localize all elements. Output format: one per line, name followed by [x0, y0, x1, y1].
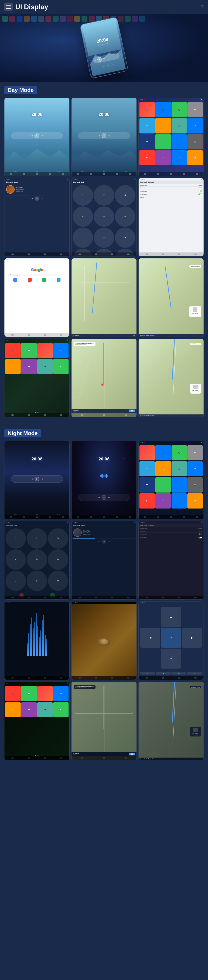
app-2[interactable]: 📞	[172, 102, 187, 117]
app-pod[interactable]: 🎙	[5, 359, 20, 374]
night-app-9[interactable]: ▶	[139, 493, 155, 509]
night-app-6[interactable]: 📍	[155, 477, 171, 492]
func-btn-3[interactable]: F3	[172, 672, 186, 675]
numpad-7[interactable]: 7	[73, 228, 93, 248]
night-app-5[interactable]: 🗺	[139, 477, 155, 492]
nav-up[interactable]: ▲	[161, 607, 181, 627]
screen-bt-call-night: 17:46 ① 🔵 Bluetooth_Call 1 2 3 4 5 6 7 8…	[4, 521, 69, 600]
app-phone[interactable]: 📞	[5, 343, 20, 358]
app-maps[interactable]: 🗺	[53, 343, 69, 358]
night-apple-pod[interactable]: 🎙	[5, 702, 20, 718]
app-bt[interactable]: BT	[188, 118, 203, 133]
night-app-2[interactable]: 📞	[172, 445, 187, 460]
app-6[interactable]: 📍	[155, 134, 171, 150]
night-numpad-1[interactable]: 1	[6, 528, 26, 549]
app-8[interactable]: 📷	[188, 134, 203, 150]
night-app-11[interactable]: ☁	[172, 493, 187, 509]
night-numpad-4[interactable]: 4	[6, 549, 26, 570]
screen-gps-night: 10:18 ETA 9.0 mi Not Playing ⏮ ▶ ⏭ Start…	[139, 682, 204, 760]
app-telegram[interactable]: ✈	[139, 118, 155, 133]
night-apple-msg[interactable]: 💬	[21, 686, 36, 701]
night-numpad-5[interactable]: 5	[27, 549, 47, 570]
numpad-8[interactable]: 8	[94, 228, 114, 248]
auto-answer-toggle[interactable]	[199, 190, 202, 192]
app-msg[interactable]: 💬	[21, 343, 36, 358]
night-music-album: Music Album	[84, 532, 135, 533]
app-12[interactable]: 📡	[188, 150, 203, 165]
app-1[interactable]: 📱	[155, 102, 171, 117]
night-mode-section: Night Mode 1:54 ① ▲ ◀ ▶ 20:08	[0, 425, 208, 765]
numpad-3[interactable]: 3	[115, 185, 135, 205]
night-numpad-7[interactable]: 7	[6, 571, 26, 591]
night-numpad-9[interactable]: 9	[48, 571, 68, 591]
app-5[interactable]: 🗺	[139, 134, 155, 150]
app-settings[interactable]: ⚙	[188, 102, 203, 117]
nav-right[interactable]: ▶	[182, 628, 202, 648]
night-app-music[interactable]: 🎵	[139, 445, 155, 460]
app-3[interactable]: 📻	[155, 118, 171, 133]
settings-auto-connect[interactable]: Auto connect	[139, 193, 203, 196]
night-numpad-2[interactable]: 2	[27, 528, 47, 549]
night-numpad-6[interactable]: 6	[48, 549, 68, 570]
google-search-bar[interactable]: 🔍 Search or type URL	[8, 274, 65, 276]
night-app-bt[interactable]: BT	[188, 461, 203, 476]
not-playing-label: Not Playing	[191, 312, 200, 314]
nav-left[interactable]: ◀	[140, 628, 160, 648]
night-app-8[interactable]: 📷	[188, 477, 203, 492]
nav-go-btn[interactable]: GO	[129, 410, 135, 412]
numpad-6[interactable]: 6	[115, 207, 135, 227]
google-logo: Google	[31, 267, 43, 272]
night-apple-music[interactable]: ♪	[37, 686, 53, 701]
screen-bt-call-day: 17:46 ① 🔵 Bluetooth_Call 1 2 3 4 5 6 7 8…	[71, 178, 137, 256]
night-app-12[interactable]: 📡	[188, 493, 203, 509]
app-tv[interactable]: 📺	[37, 359, 53, 374]
auto-connect-toggle[interactable]	[199, 194, 202, 196]
app-7[interactable]: ℹ	[172, 134, 187, 150]
settings-auto-answer[interactable]: Auto answer	[139, 189, 203, 193]
night-app-telegram[interactable]: ✈	[139, 461, 155, 476]
app-4[interactable]: 🚗	[172, 118, 187, 133]
night-apple-health[interactable]: ❤	[53, 702, 69, 718]
numpad-5[interactable]: 5	[94, 207, 114, 227]
night-apple-maps[interactable]: 🗺	[53, 686, 69, 701]
app-11[interactable]: ☁	[172, 150, 187, 165]
app-health[interactable]: ❤	[53, 359, 69, 374]
dots-menu-icon[interactable]: ≡	[200, 3, 204, 10]
nav-down[interactable]: ▼	[161, 649, 181, 668]
hamburger-icon[interactable]	[4, 3, 13, 11]
app-music2[interactable]: ♪	[37, 343, 53, 358]
night-time-2: 20:08	[98, 457, 109, 461]
night-go-btn[interactable]: GO	[129, 752, 135, 756]
screen-not-playing-day: 10:18 ETA 9.0 mi Not Playing ⏮ ▶ ⏭	[139, 258, 204, 337]
night-app-10[interactable]: 🎙	[155, 493, 171, 509]
night-apple-news[interactable]: 📰	[21, 702, 36, 718]
night-numpad-3[interactable]: 3	[48, 528, 68, 549]
app-9[interactable]: ▶	[139, 150, 155, 165]
night-screenshots-row3: 1:54 ①	[4, 601, 204, 680]
night-app-4[interactable]: 🚗	[172, 461, 187, 476]
nav-center[interactable]: ●	[161, 628, 181, 648]
numpad-1[interactable]: 1	[73, 185, 93, 205]
day-screenshots-row1: 1:54 ① ▲ ▼ ◀ ▶ 20:08 ⏮ ⏸ ⏭	[4, 98, 204, 176]
screen-home-day-1: 1:54 ① ▲ ▼ ◀ ▶ 20:08 ⏮ ⏸ ⏭	[4, 98, 69, 176]
night-app-7[interactable]: ℹ	[172, 477, 187, 492]
func-btn-1[interactable]: F1	[140, 672, 155, 675]
night-app-3[interactable]: 📻	[155, 461, 171, 476]
func-btn-2[interactable]: F2	[156, 672, 171, 675]
settings-flower[interactable]: Flower ›	[139, 196, 203, 199]
app-music[interactable]: 🎵	[139, 102, 155, 117]
numpad-4[interactable]: 4	[73, 207, 93, 227]
screen-nav-arrows-night: 17:48 ① ▲ ◀ ● ▶ ▼ F1	[139, 601, 204, 680]
night-apple-tv[interactable]: 📺	[37, 702, 53, 718]
numpad-9[interactable]: 9	[115, 228, 135, 248]
screen-bt-settings-night: 17:48 ① 🔵 Bluetooth_Settings Device name…	[139, 521, 204, 600]
night-numpad-8[interactable]: 8	[27, 571, 47, 591]
night-app-1[interactable]: 📱	[155, 445, 171, 460]
app-10[interactable]: 🎙	[155, 150, 171, 165]
func-btn-4[interactable]: F4	[187, 672, 202, 675]
night-apple-phone[interactable]: 📞	[5, 686, 20, 701]
night-app-settings[interactable]: ⚙	[188, 445, 203, 460]
settings-device-pin: Device pin 0000	[139, 187, 203, 189]
app-news[interactable]: 📰	[21, 359, 36, 374]
numpad-2[interactable]: 2	[94, 185, 114, 205]
